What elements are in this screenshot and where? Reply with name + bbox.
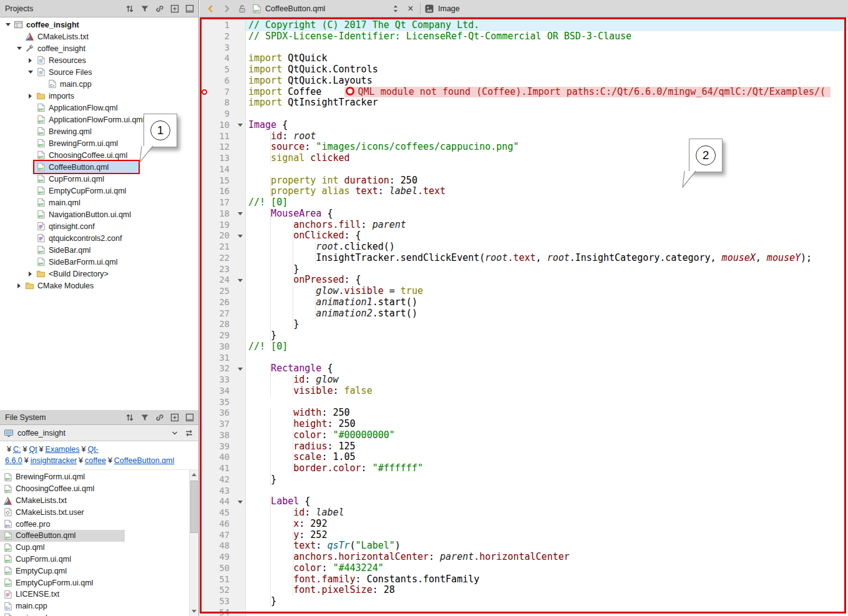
code-text[interactable]: visible: false xyxy=(246,386,848,397)
file-item[interactable]: qmlCoffeeButton.qml xyxy=(0,530,198,542)
tree-item[interactable]: Source Files xyxy=(0,66,198,78)
file-item[interactable]: qmlChoosingCoffee.ui.qml xyxy=(0,483,198,495)
code-text[interactable]: } xyxy=(246,474,848,486)
breadcrumb-link[interactable]: C: xyxy=(13,445,21,454)
file-item[interactable]: CMakeLists.txt xyxy=(0,495,198,507)
tree-item[interactable]: qmlCoffeeButton.qml xyxy=(0,161,198,173)
code-text[interactable]: animation2.start() xyxy=(246,308,848,320)
code-text[interactable]: text: qsTr("Label") xyxy=(246,540,848,552)
tree-item[interactable]: <Build Directory> xyxy=(0,268,198,280)
code-editor[interactable]: 1// Copyright (C) 2017 The Qt Company Lt… xyxy=(200,17,848,616)
tree-item[interactable]: qmlChoosingCoffee.ui.qml xyxy=(0,149,198,161)
file-item[interactable]: qmlCup.qml xyxy=(0,542,198,554)
tree-item[interactable]: coffee_insight xyxy=(0,42,198,54)
tree-item[interactable]: qmlSideBarForm.ui.qml xyxy=(0,256,198,268)
code-text[interactable]: onClicked: { xyxy=(246,230,848,242)
code-text[interactable]: radius: 125 xyxy=(246,441,848,452)
scrollbar-thumb[interactable] xyxy=(190,481,198,533)
tree-item[interactable]: qmlNavigationButton.ui.qml xyxy=(0,208,198,220)
code-text[interactable]: property int duration: 250 xyxy=(246,175,848,187)
tree-item[interactable]: qmlCupForm.ui.qml xyxy=(0,173,198,185)
code-text[interactable] xyxy=(246,353,848,364)
file-item[interactable]: procoffee.pro xyxy=(0,518,198,530)
code-text[interactable]: root.clicked() xyxy=(246,242,848,253)
file-item[interactable]: qmlEmptyCupForm.ui.qml xyxy=(0,577,198,589)
code-text[interactable] xyxy=(246,109,848,120)
scroll-up-button[interactable] xyxy=(190,470,198,479)
code-text[interactable]: } xyxy=(246,319,848,330)
code-text[interactable] xyxy=(246,397,848,408)
fold-arrow-icon[interactable] xyxy=(238,124,243,127)
code-text[interactable]: // Copyright (C) 2017 The Qt Company Ltd… xyxy=(246,20,848,31)
expand-arrow-icon[interactable] xyxy=(26,271,34,276)
tree-item[interactable]: Resources xyxy=(0,54,198,66)
file-item[interactable]: qmlCupForm.ui.qml xyxy=(0,554,198,565)
code-text[interactable]: source: "images/icons/coffees/cappucino.… xyxy=(246,142,848,153)
code-text[interactable]: font.family: Constants.fontFamily xyxy=(246,574,848,585)
open-document-selector[interactable]: qml CoffeeButton.qml xyxy=(251,2,401,14)
split-button[interactable] xyxy=(168,2,180,14)
code-text[interactable]: animation1.start() xyxy=(246,297,848,308)
swap-icon[interactable] xyxy=(183,427,195,439)
back-button[interactable] xyxy=(205,2,217,14)
tree-item[interactable]: qmlApplicationFlow.qml xyxy=(0,102,198,114)
close-document-button[interactable]: × xyxy=(405,2,416,14)
code-text[interactable]: border.color: "#ffffff" xyxy=(246,463,848,474)
sync-button[interactable] xyxy=(124,2,135,14)
tree-item[interactable]: qmlEmptyCupForm.ui.qml xyxy=(0,185,198,197)
link-button[interactable] xyxy=(154,2,165,14)
code-text[interactable]: color: "#443224" xyxy=(246,563,848,574)
code-text[interactable]: Label { xyxy=(246,496,848,507)
code-text[interactable]: // SPDX-License-Identifier: LicenseRef-Q… xyxy=(246,31,848,42)
context-selector[interactable]: Image xyxy=(424,4,460,14)
tree-item[interactable]: qmlmain.qml xyxy=(0,197,198,208)
sync-button[interactable] xyxy=(124,411,135,423)
tree-item[interactable]: qtinsight.conf xyxy=(0,220,198,232)
code-text[interactable]: anchors.fill: parent xyxy=(246,220,848,231)
code-text[interactable]: glow.visible = true xyxy=(246,286,848,297)
scroll-down-button[interactable] xyxy=(190,607,198,616)
fold-arrow-icon[interactable] xyxy=(238,212,243,215)
collapse-arrow-icon[interactable] xyxy=(4,23,12,26)
collapse-arrow-icon[interactable] xyxy=(15,47,23,50)
tree-item[interactable]: CMake Modules xyxy=(0,280,198,291)
code-text[interactable]: } xyxy=(246,264,848,275)
code-text[interactable]: anchors.horizontalCenter: parent.horizon… xyxy=(246,552,848,563)
filter-button[interactable] xyxy=(139,2,150,14)
file-item[interactable]: qmlmain.qml xyxy=(0,612,198,616)
fold-arrow-icon[interactable] xyxy=(238,501,243,504)
code-text[interactable]: InsightTracker.sendClickEvent(root.text,… xyxy=(246,253,848,264)
code-text[interactable] xyxy=(246,164,848,175)
forward-button[interactable] xyxy=(220,2,232,14)
code-text[interactable]: color: "#00000000" xyxy=(246,430,848,441)
code-text[interactable]: id: glow xyxy=(246,374,848,386)
code-text[interactable]: x: 292 xyxy=(246,519,848,530)
code-text[interactable] xyxy=(246,486,848,497)
code-text[interactable]: y: 252 xyxy=(246,530,848,541)
code-text[interactable]: //! [0] xyxy=(246,197,848,208)
code-text[interactable]: Rectangle { xyxy=(246,363,848,374)
code-text[interactable]: import QtQuick xyxy=(246,53,848,64)
breadcrumb-link[interactable]: coffee xyxy=(85,456,106,465)
code-text[interactable]: } xyxy=(246,596,848,607)
code-text[interactable]: property alias text: label.text xyxy=(246,186,848,197)
code-text[interactable]: onPressed: { xyxy=(246,275,848,286)
expand-arrow-icon[interactable] xyxy=(26,94,34,99)
breadcrumb-link[interactable]: Qt xyxy=(29,445,37,454)
code-text[interactable] xyxy=(246,42,848,54)
tree-item[interactable]: qtquickcontrols2.conf xyxy=(0,232,198,244)
code-text[interactable]: scale: 1.05 xyxy=(246,452,848,463)
tree-item[interactable]: coffee_insight xyxy=(0,19,198,31)
code-text[interactable]: id: label xyxy=(246,507,848,519)
link-button[interactable] xyxy=(154,411,165,423)
code-text[interactable]: import QtQuick.Controls xyxy=(246,64,848,76)
file-item[interactable]: qmlBrewingForm.ui.qml xyxy=(0,471,198,483)
closepane-button[interactable] xyxy=(183,411,195,423)
tree-item[interactable]: imports xyxy=(0,90,198,102)
collapse-arrow-icon[interactable] xyxy=(26,71,34,74)
code-text[interactable]: import Coffee QML module not found (Coff… xyxy=(246,87,848,98)
closepane-button[interactable] xyxy=(183,2,195,14)
expand-arrow-icon[interactable] xyxy=(15,283,23,288)
file-item[interactable]: qmlEmptyCup.qml xyxy=(0,565,198,577)
filesystem-root-selector[interactable]: coffee_insight xyxy=(0,425,198,441)
